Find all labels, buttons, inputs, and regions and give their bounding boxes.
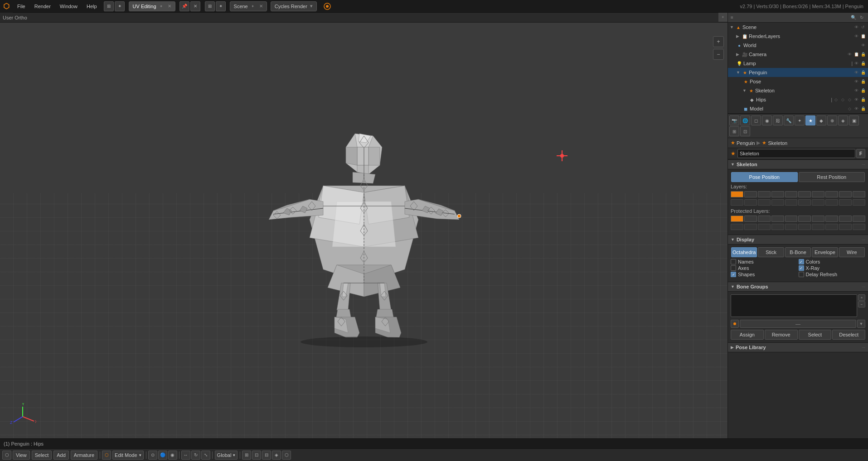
sel-btn[interactable]: ↺	[860, 24, 866, 30]
check-xray-box[interactable]	[799, 265, 804, 271]
bonegroup-orange-dot[interactable]	[731, 320, 739, 328]
render-icon2[interactable]: ✦	[216, 1, 226, 11]
expand-renderlayers[interactable]: ▶	[736, 34, 742, 38]
menu-window[interactable]: Window	[55, 0, 82, 12]
layer-7[interactable]	[812, 191, 824, 197]
assign-btn[interactable]: Assign	[731, 330, 764, 340]
expand-skeleton[interactable]: ▼	[742, 88, 748, 93]
prot-layer-1[interactable]	[731, 216, 743, 222]
tab-scene[interactable]: Scene + ✕	[230, 1, 267, 11]
prop-btn-data[interactable]: ★	[805, 115, 815, 125]
menu-render[interactable]: Render	[30, 0, 55, 12]
outliner-world[interactable]: ● World 👁	[728, 41, 868, 50]
layer-18[interactable]	[825, 199, 838, 206]
check-shapes[interactable]: Shapes	[731, 272, 798, 277]
prop-f-button[interactable]: F	[856, 149, 865, 158]
check-axes-box[interactable]	[731, 265, 736, 271]
layer-9[interactable]	[839, 191, 852, 197]
bottom-translate[interactable]: ↔	[181, 451, 190, 460]
check-names-box[interactable]	[731, 259, 736, 264]
render-engine[interactable]: Cycles Render ▾	[271, 1, 317, 11]
check-colors-box[interactable]	[799, 259, 804, 264]
lamp-vis[interactable]: 👁	[853, 60, 859, 67]
prop-btn-modifiers[interactable]: 🔧	[784, 115, 794, 125]
breadcrumb-skeleton[interactable]: ★ Skeleton	[762, 140, 787, 146]
prop-btn-object[interactable]: ◉	[762, 115, 772, 125]
prot-layer-11[interactable]	[731, 224, 743, 230]
rest-position-btn[interactable]: Rest Position	[799, 172, 865, 182]
prot-layer-15[interactable]	[785, 224, 798, 230]
pose-lock[interactable]: 🔒	[860, 78, 866, 85]
layer-14[interactable]	[771, 199, 784, 206]
pose-position-btn[interactable]: Pose Position	[731, 172, 798, 182]
bottom-proportional[interactable]: ◉	[168, 451, 177, 460]
prot-layer-9[interactable]	[839, 216, 852, 222]
remove-btn[interactable]: Remove	[765, 330, 798, 340]
viewport-canvas[interactable]: + − X Y Z	[0, 23, 727, 448]
check-shapes-box[interactable]	[731, 272, 736, 277]
prot-layer-5[interactable]	[785, 216, 798, 222]
deselect-btn[interactable]: Deselect	[832, 330, 865, 340]
display-envelope[interactable]: Envelope	[812, 247, 838, 257]
prop-btn-boneconst[interactable]: ⊕	[827, 115, 837, 125]
bottom-scale[interactable]: ⤡	[201, 451, 210, 460]
bottom-view[interactable]: View	[13, 451, 30, 460]
outliner-scene[interactable]: ▼ ▲ Scene 👁 ↺	[728, 23, 868, 32]
bonegroup-remove[interactable]: −	[858, 301, 865, 307]
nav-zoom-in[interactable]: +	[713, 36, 724, 47]
layer-5[interactable]	[785, 191, 798, 197]
display-stick[interactable]: Stick	[758, 247, 784, 257]
layer-10[interactable]	[853, 191, 865, 197]
prop-btn-bone[interactable]: ◆	[816, 115, 826, 125]
bottom-armature[interactable]: Armature	[71, 451, 97, 460]
layer-11[interactable]	[731, 199, 743, 206]
bottom-shading1[interactable]: ⊞	[242, 451, 251, 460]
vis-btn[interactable]: 👁	[853, 24, 859, 30]
expand-penguin[interactable]: ▼	[736, 70, 742, 75]
prot-layer-13[interactable]	[758, 224, 771, 230]
check-delay[interactable]: Delay Refresh	[799, 272, 866, 277]
nav-zoom-out[interactable]: −	[713, 49, 724, 60]
prot-layer-10[interactable]	[853, 216, 865, 222]
outliner-pose[interactable]: ★ Pose 👁 🔒	[728, 77, 868, 86]
layer-3[interactable]	[758, 191, 771, 197]
section-display-header[interactable]: ▼ Display ···	[728, 235, 868, 245]
bottom-select[interactable]: Select	[32, 451, 52, 460]
outliner-model[interactable]: ◼ Model ◇ 👁 🔒	[728, 104, 868, 113]
prop-btn-physics[interactable]: ⊡	[740, 126, 750, 136]
outliner-camera[interactable]: ▶ 🎥 Camera 👁 📋 🔒	[728, 50, 868, 59]
outliner-penguin[interactable]: ▼ ★ Penguin 👁 🔒	[728, 68, 868, 77]
pin-icon[interactable]: 📌	[179, 1, 189, 11]
breadcrumb-penguin[interactable]: ★ Penguin	[731, 140, 755, 146]
prop-btn-texture[interactable]: ▣	[849, 115, 859, 125]
prop-btn-shading[interactable]: ⊞	[729, 126, 739, 136]
prop-btn-constraints[interactable]: ⛓	[773, 115, 783, 125]
prop-btn-particles[interactable]: ✦	[795, 115, 805, 125]
filter-icon[interactable]: 🔍	[850, 14, 857, 21]
layer-20[interactable]	[853, 199, 865, 206]
prot-layer-3[interactable]	[758, 216, 771, 222]
bottom-rotate[interactable]: ↻	[191, 451, 200, 460]
prot-layer-20[interactable]	[853, 224, 865, 230]
lamp-lock[interactable]: 🔒	[860, 60, 866, 67]
layout-icon[interactable]: ⊞	[205, 1, 215, 11]
section-posebib-header[interactable]: ▶ Pose Library ···	[728, 342, 868, 352]
outliner-renderlayers[interactable]: ▶ 📋 RenderLayers 👁 📋	[728, 32, 868, 41]
prop-name-input[interactable]	[737, 149, 855, 158]
tab-add-icon[interactable]: +	[158, 3, 165, 10]
sync-icon[interactable]: ↻	[858, 14, 865, 21]
model-vis[interactable]: 👁	[853, 106, 859, 112]
bottom-shading3[interactable]: ⊟	[262, 451, 271, 460]
skeleton-vis[interactable]: 👁	[853, 87, 859, 94]
menu-file[interactable]: File	[13, 0, 30, 12]
bottom-mode[interactable]: Edit Mode	[112, 451, 144, 460]
display-octahedra[interactable]: Octahedra	[731, 247, 757, 257]
layer-4[interactable]	[771, 191, 784, 197]
bottom-add[interactable]: Add	[53, 451, 69, 460]
bottom-pivot[interactable]: ⊙	[148, 451, 157, 460]
expand-scene[interactable]: ▼	[730, 25, 735, 29]
menu-help[interactable]: Help	[82, 0, 102, 12]
check-colors[interactable]: Colors	[799, 259, 866, 264]
display-wire[interactable]: Wire	[839, 247, 865, 257]
prot-layer-18[interactable]	[825, 224, 838, 230]
